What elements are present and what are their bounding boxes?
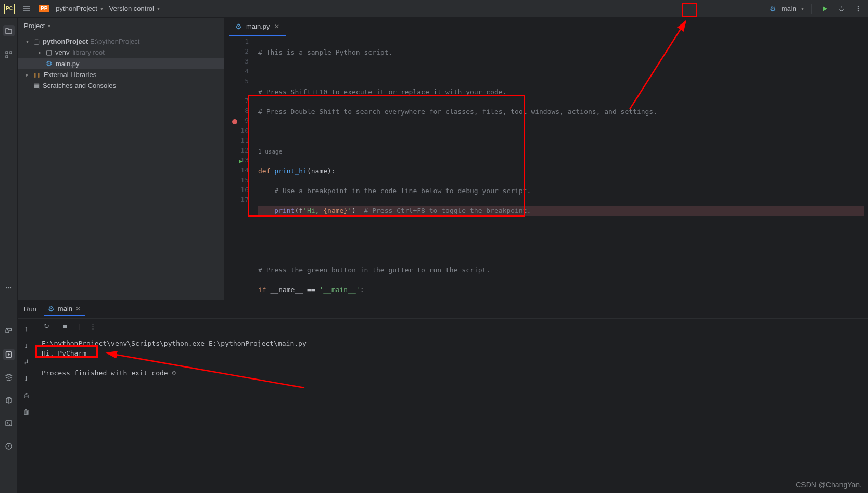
tree-root[interactable]: ▾ ▢ pythonProject E:\pythonProject — [18, 36, 224, 47]
chevron-down-icon: ▾ — [801, 6, 804, 11]
debug-button[interactable] — [836, 3, 847, 15]
print-icon[interactable]: ⎙ — [21, 389, 32, 401]
svg-rect-12 — [6, 421, 12, 426]
svg-point-9 — [10, 287, 11, 288]
version-control-selector[interactable]: Version control ▾ — [109, 5, 160, 12]
chevron-down-icon: ▾ — [100, 6, 103, 11]
console-line-output: Hi, PyCharm — [42, 348, 862, 358]
chevron-down-icon: ▾ — [48, 23, 50, 29]
run-tab[interactable]: ⚙ main ✕ — [44, 302, 85, 316]
project-panel-title: Project — [24, 22, 45, 30]
project-name: pythonProject — [56, 5, 97, 12]
code-comment: # Press Shift+F10 to execute it or repla… — [258, 88, 506, 96]
project-panel-header[interactable]: Project ▾ — [18, 18, 224, 34]
tree-root-name: pythonProject — [43, 37, 88, 45]
editor-tab-label: main.py — [246, 22, 270, 30]
project-selector[interactable]: pythonProject ▾ — [56, 5, 103, 12]
code-comment: # Press Double Shift to search everywher… — [258, 108, 657, 116]
terminal-icon[interactable] — [3, 418, 15, 429]
svg-point-2 — [858, 8, 859, 9]
services-icon[interactable] — [3, 372, 15, 383]
down-icon[interactable]: ↓ — [21, 339, 32, 351]
run-header[interactable]: Run — [24, 305, 36, 313]
python-icon: ⚙ — [770, 5, 776, 13]
python-file-icon: ⚙ — [46, 59, 53, 68]
tree-external-libs-name: External Libraries — [44, 71, 96, 79]
python-packages-icon[interactable] — [3, 395, 15, 406]
breakpoint-icon[interactable] — [232, 119, 237, 124]
python-file-icon: ⚙ — [48, 305, 55, 313]
tree-root-path: E:\pythonProject — [90, 37, 139, 45]
chevron-down-icon: ▾ — [157, 6, 160, 11]
hamburger-icon[interactable] — [21, 3, 32, 15]
code-comment: # Use a breakpoint in the code line belo… — [274, 187, 531, 195]
svg-rect-5 — [10, 52, 12, 54]
svg-point-7 — [6, 287, 7, 288]
project-panel: Project ▾ ▾ ▢ pythonProject E:\pythonPro… — [18, 18, 225, 300]
stop-icon[interactable]: ■ — [59, 321, 71, 332]
tree-venv-name: venv — [55, 48, 69, 56]
rerun-icon[interactable]: ↻ — [41, 321, 52, 332]
editor-tab-main[interactable]: ⚙ main.py ✕ — [229, 18, 286, 36]
project-tree: ▾ ▢ pythonProject E:\pythonProject ▸ ▢ v… — [18, 34, 224, 93]
run-gutter-icon[interactable]: ▶ — [239, 158, 242, 164]
python-console-icon[interactable] — [3, 326, 15, 337]
up-icon[interactable]: ↑ — [21, 323, 32, 334]
more-tool-icon[interactable] — [3, 282, 15, 294]
scratches-icon: ▤ — [33, 82, 40, 90]
tree-main-file[interactable]: ⚙ main.py — [18, 58, 224, 69]
project-tool-icon[interactable] — [3, 25, 15, 36]
left-tool-strip — [0, 18, 18, 300]
close-tab-icon[interactable]: ✕ — [274, 23, 279, 30]
tree-venv[interactable]: ▸ ▢ venv library root — [18, 47, 224, 58]
svg-rect-6 — [6, 56, 8, 58]
console-line-exit: Process finished with exit code 0 — [42, 368, 862, 378]
svg-point-1 — [858, 6, 859, 7]
more-icon[interactable] — [852, 3, 864, 15]
run-tab-name: main — [58, 305, 72, 312]
tree-scratches[interactable]: ▤ Scratches and Consoles — [18, 80, 224, 91]
run-tool-window: Run ⚙ main ✕ ↑ ↓ ↲ ⤓ ⎙ 🗑 ↻ ■ | ⋮ E:\pyth… — [18, 300, 868, 430]
run-left-strip: ↑ ↓ ↲ ⤓ ⎙ 🗑 — [18, 319, 35, 430]
editor: ⚙ main.py ✕ 1 2 3 4 5 7 8 9 10 11 12 13▶… — [225, 18, 868, 300]
close-run-tab-icon[interactable]: ✕ — [75, 305, 81, 312]
tree-venv-tag: library root — [72, 48, 104, 56]
watermark: CSDN @ChangYan. — [796, 481, 862, 489]
tree-main-file-name: main.py — [56, 60, 80, 68]
more-run-icon[interactable]: ⋮ — [87, 321, 98, 332]
folder-icon: ▢ — [33, 37, 40, 45]
run-button[interactable] — [819, 3, 831, 15]
project-badge: PP — [39, 5, 49, 12]
bottom-left-tool-strip — [0, 300, 18, 493]
svg-rect-4 — [6, 52, 8, 54]
delete-icon[interactable]: 🗑 — [21, 406, 32, 418]
console-line: E:\pythonProject\venv\Scripts\python.exe… — [42, 338, 862, 348]
usage-hint: 1 usage — [258, 148, 282, 155]
svg-point-0 — [840, 8, 843, 11]
tree-external-libs[interactable]: ▸ ⫿⫿ External Libraries — [18, 69, 224, 80]
svg-point-3 — [858, 10, 859, 11]
svg-point-8 — [8, 287, 9, 288]
code-comment: # This is a sample Python script. — [258, 48, 392, 56]
folder-icon: ▢ — [46, 48, 52, 56]
editor-gutter[interactable]: 1 2 3 4 5 7 8 9 10 11 12 13▶ 14 15 16 17 — [225, 36, 254, 300]
scroll-icon[interactable]: ⤓ — [21, 373, 32, 384]
pycharm-logo-icon: PC — [4, 4, 15, 14]
topbar: PC PP pythonProject ▾ Version control ▾ … — [0, 0, 868, 18]
problems-icon[interactable] — [3, 440, 15, 452]
run-config-name[interactable]: main — [782, 5, 796, 12]
python-file-icon: ⚙ — [235, 22, 242, 31]
editor-tabs: ⚙ main.py ✕ — [225, 18, 868, 36]
editor-code-area[interactable]: # This is a sample Python script. # Pres… — [254, 36, 868, 300]
code-comment: # Press the green button in the gutter t… — [258, 266, 490, 274]
structure-tool-icon[interactable] — [3, 49, 15, 60]
vc-label-text: Version control — [109, 5, 154, 12]
run-tool-icon[interactable] — [3, 349, 15, 360]
svg-point-10 — [7, 329, 7, 330]
libraries-icon: ⫿⫿ — [33, 71, 41, 79]
wrap-icon[interactable]: ↲ — [21, 356, 32, 368]
console-output[interactable]: E:\pythonProject\venv\Scripts\python.exe… — [35, 334, 868, 382]
tree-scratches-name: Scratches and Consoles — [43, 82, 116, 90]
